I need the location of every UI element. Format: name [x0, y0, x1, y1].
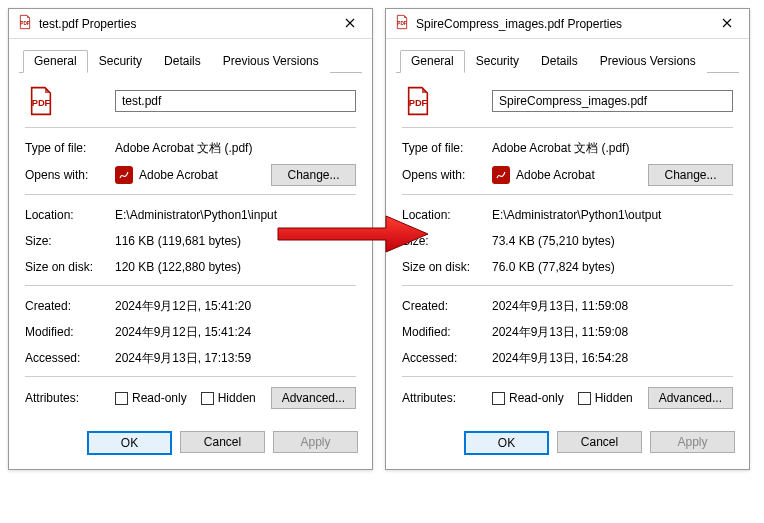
apply-button[interactable]: Apply	[650, 431, 735, 453]
close-button[interactable]	[707, 9, 747, 37]
separator	[25, 127, 356, 128]
dialog-button-bar: OK Cancel Apply	[386, 421, 749, 469]
label-accessed: Accessed:	[402, 351, 492, 365]
label-created: Created:	[25, 299, 115, 313]
label-modified: Modified:	[402, 325, 492, 339]
value-size-on-disk: 120 KB (122,880 bytes)	[115, 260, 356, 274]
tab-details[interactable]: Details	[530, 50, 589, 73]
label-size: Size:	[402, 234, 492, 248]
tab-strip: General Security Details Previous Versio…	[19, 49, 362, 73]
label-created: Created:	[402, 299, 492, 313]
advanced-button[interactable]: Advanced...	[648, 387, 733, 409]
tab-strip: General Security Details Previous Versio…	[396, 49, 739, 73]
pdf-icon	[17, 14, 33, 33]
close-icon	[345, 18, 355, 28]
checkbox-hidden[interactable]: Hidden	[578, 391, 633, 405]
checkbox-box	[115, 392, 128, 405]
label-size: Size:	[25, 234, 115, 248]
cancel-button[interactable]: Cancel	[180, 431, 265, 453]
value-created: 2024年9月12日, 15:41:20	[115, 298, 356, 315]
checkbox-readonly[interactable]: Read-only	[115, 391, 187, 405]
tab-details[interactable]: Details	[153, 50, 212, 73]
label-type-of-file: Type of file:	[402, 141, 492, 155]
filename-input[interactable]	[115, 90, 356, 112]
filename-input[interactable]	[492, 90, 733, 112]
label-location: Location:	[25, 208, 115, 222]
checkbox-box	[578, 392, 591, 405]
acrobat-icon	[492, 166, 510, 184]
close-icon	[722, 18, 732, 28]
tab-general[interactable]: General	[400, 50, 465, 73]
value-location: E:\Administrator\Python1\input	[115, 208, 356, 222]
ok-button[interactable]: OK	[87, 431, 172, 455]
apply-button[interactable]: Apply	[273, 431, 358, 453]
titlebar: SpireCompress_images.pdf Properties	[386, 9, 749, 39]
label-accessed: Accessed:	[25, 351, 115, 365]
cancel-button[interactable]: Cancel	[557, 431, 642, 453]
acrobat-icon	[115, 166, 133, 184]
checkbox-hidden-label: Hidden	[595, 391, 633, 405]
checkbox-readonly-label: Read-only	[509, 391, 564, 405]
pdf-icon	[394, 14, 410, 33]
label-opens-with: Opens with:	[402, 168, 492, 182]
value-accessed: 2024年9月13日, 17:13:59	[115, 350, 356, 367]
separator	[25, 194, 356, 195]
value-type-of-file: Adobe Acrobat 文档 (.pdf)	[492, 140, 733, 157]
checkbox-readonly-label: Read-only	[132, 391, 187, 405]
value-modified: 2024年9月12日, 15:41:24	[115, 324, 356, 341]
checkbox-box	[201, 392, 214, 405]
properties-dialog-left: test.pdf Properties General Security Det…	[8, 8, 373, 470]
value-accessed: 2024年9月13日, 16:54:28	[492, 350, 733, 367]
opens-with-value: Adobe Acrobat	[492, 166, 595, 184]
opens-with-text: Adobe Acrobat	[516, 168, 595, 182]
checkbox-hidden-label: Hidden	[218, 391, 256, 405]
value-type-of-file: Adobe Acrobat 文档 (.pdf)	[115, 140, 356, 157]
value-size: 73.4 KB (75,210 bytes)	[492, 234, 733, 248]
ok-button[interactable]: OK	[464, 431, 549, 455]
label-modified: Modified:	[25, 325, 115, 339]
tab-security[interactable]: Security	[465, 50, 530, 73]
checkbox-box	[492, 392, 505, 405]
value-location: E:\Administrator\Python1\output	[492, 208, 733, 222]
value-created: 2024年9月13日, 11:59:08	[492, 298, 733, 315]
separator	[402, 127, 733, 128]
window-title: SpireCompress_images.pdf Properties	[416, 17, 707, 31]
label-size-on-disk: Size on disk:	[402, 260, 492, 274]
tab-content-general: Type of file: Adobe Acrobat 文档 (.pdf) Op…	[9, 73, 372, 421]
label-attributes: Attributes:	[25, 391, 115, 405]
checkbox-readonly[interactable]: Read-only	[492, 391, 564, 405]
file-type-icon	[25, 85, 115, 117]
value-size: 116 KB (119,681 bytes)	[115, 234, 356, 248]
tab-general[interactable]: General	[23, 50, 88, 73]
properties-dialog-right: SpireCompress_images.pdf Properties Gene…	[385, 8, 750, 470]
separator	[402, 376, 733, 377]
file-type-icon	[402, 85, 492, 117]
value-modified: 2024年9月13日, 11:59:08	[492, 324, 733, 341]
tab-previous[interactable]: Previous Versions	[212, 50, 330, 73]
opens-with-value: Adobe Acrobat	[115, 166, 218, 184]
close-button[interactable]	[330, 9, 370, 37]
separator	[402, 194, 733, 195]
titlebar: test.pdf Properties	[9, 9, 372, 39]
change-button[interactable]: Change...	[648, 164, 733, 186]
label-opens-with: Opens with:	[25, 168, 115, 182]
label-size-on-disk: Size on disk:	[25, 260, 115, 274]
dialog-button-bar: OK Cancel Apply	[9, 421, 372, 469]
separator	[402, 285, 733, 286]
change-button[interactable]: Change...	[271, 164, 356, 186]
label-attributes: Attributes:	[402, 391, 492, 405]
separator	[25, 376, 356, 377]
label-type-of-file: Type of file:	[25, 141, 115, 155]
tab-previous[interactable]: Previous Versions	[589, 50, 707, 73]
checkbox-hidden[interactable]: Hidden	[201, 391, 256, 405]
advanced-button[interactable]: Advanced...	[271, 387, 356, 409]
tab-security[interactable]: Security	[88, 50, 153, 73]
value-size-on-disk: 76.0 KB (77,824 bytes)	[492, 260, 733, 274]
window-title: test.pdf Properties	[39, 17, 330, 31]
label-location: Location:	[402, 208, 492, 222]
tab-content-general: Type of file: Adobe Acrobat 文档 (.pdf) Op…	[386, 73, 749, 421]
separator	[25, 285, 356, 286]
opens-with-text: Adobe Acrobat	[139, 168, 218, 182]
